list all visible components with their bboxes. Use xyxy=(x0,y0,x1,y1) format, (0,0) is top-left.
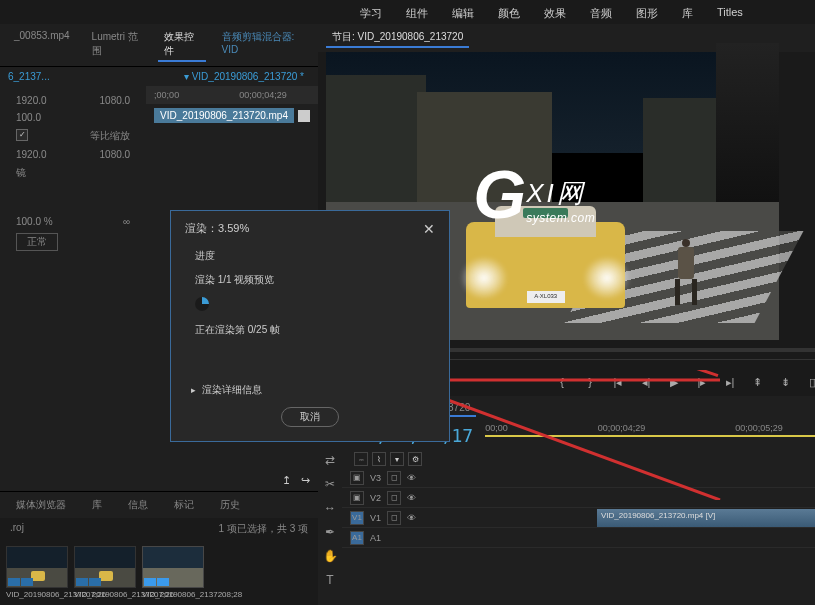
tab-markers[interactable]: 标记 xyxy=(168,496,200,514)
pencil-icon[interactable] xyxy=(298,110,310,122)
project-info-row: .roj 1 项已选择，共 3 项 xyxy=(0,518,318,540)
ws-color[interactable]: 颜色 xyxy=(498,6,520,18)
extract-icon[interactable]: ⇟ xyxy=(778,374,794,390)
track-v1: V1V1◻👁 VID_20190806_213720.mp4 [V] xyxy=(342,508,815,528)
source-panel-tabs: _00853.mp4 Lumetri 范围 效果控件 音频剪辑混合器: VID xyxy=(0,24,318,67)
dropdown-source[interactable]: 6_2137... xyxy=(8,71,50,82)
link-icon[interactable]: ∞ xyxy=(123,216,130,227)
tab-info[interactable]: 信息 xyxy=(122,496,154,514)
prop-opacity[interactable]: 100.0 % xyxy=(16,216,53,227)
thumb-item[interactable]: VID_20190806_2137207;26 xyxy=(6,546,68,599)
ws-library[interactable]: 库 xyxy=(682,6,693,18)
render-dialog: 渲染：3.59% ✕ 进度 渲染 1/1 视频预览 正在渲染第 0/25 帧 渲… xyxy=(170,210,450,442)
ws-graphics[interactable]: 图形 xyxy=(636,6,658,18)
workspace-tabs: 学习 组件 编辑 颜色 效果 音频 图形 库 Titles xyxy=(0,0,815,24)
settings-icon[interactable]: ⚙ xyxy=(408,452,422,466)
eye-icon[interactable]: 👁 xyxy=(407,493,416,503)
dropdown-sequence[interactable]: ▾ VID_20190806_213720 * xyxy=(184,71,304,82)
tab-program[interactable]: 节目: VID_20190806_213720 xyxy=(326,28,469,48)
thumb-duration: 8;28 xyxy=(227,590,243,599)
project-name: .roj xyxy=(10,522,24,536)
prop-pos-x[interactable]: 1920.0 xyxy=(16,95,47,106)
mark-out-icon[interactable]: } xyxy=(582,374,598,390)
tab-source[interactable]: _00853.mp4 xyxy=(8,28,76,62)
license-plate: A·XL033 xyxy=(527,291,565,303)
mute-icon[interactable]: ◻ xyxy=(387,511,401,525)
tab-history[interactable]: 历史 xyxy=(214,496,246,514)
thumb-item[interactable]: VID_20190806_2137208;28 xyxy=(142,546,204,599)
lift-icon[interactable]: ⇞ xyxy=(750,374,766,390)
track-label: V3 xyxy=(370,473,381,483)
export-frame-icon[interactable]: ◫ xyxy=(806,374,815,390)
track-label: V2 xyxy=(370,493,381,503)
thumb-name: VID_20190806_213720 xyxy=(142,590,227,599)
tl-mark: 00;00;05;29 xyxy=(735,423,783,433)
close-icon[interactable]: ✕ xyxy=(423,221,435,237)
track-toggle[interactable]: A1 xyxy=(350,531,364,545)
eye-icon[interactable]: 👁 xyxy=(407,473,416,483)
tab-lumetri[interactable]: Lumetri 范围 xyxy=(86,28,148,62)
effect-controls-header: 6_2137... ▾ VID_20190806_213720 * xyxy=(0,67,318,86)
timeline-tracks: ▣V3◻👁 ▣V2◻👁 V1V1◻👁 VID_20190806_213720.m… xyxy=(342,468,815,548)
track-v2: ▣V2◻👁 xyxy=(342,488,815,508)
timeline-clip[interactable]: VID_20190806_213720.mp4 [V] xyxy=(597,509,815,527)
export-icon[interactable]: ↥ xyxy=(282,474,291,487)
tab-library[interactable]: 库 xyxy=(86,496,108,514)
mute-icon[interactable]: ◻ xyxy=(387,491,401,505)
prop-scale[interactable]: 100.0 xyxy=(16,112,41,123)
tl-mark: 00;00;04;29 xyxy=(598,423,646,433)
effect-clip-row: VID_20190806_213720.mp4 xyxy=(146,104,318,127)
play-icon[interactable]: ▶ xyxy=(666,374,682,390)
timeline-ruler: 00;00 00;00;04;29 00;00;05;29 00;00;06;2… xyxy=(485,421,815,435)
type-tool-icon[interactable]: T xyxy=(322,572,338,588)
share-icon[interactable]: ↪ xyxy=(301,474,310,487)
thumb-item[interactable]: VID_20190806_2137207;26 xyxy=(74,546,136,599)
tab-audio-mixer[interactable]: 音频剪辑混合器: VID xyxy=(216,28,310,62)
render-details-toggle[interactable]: 渲染详细信息 xyxy=(191,383,435,397)
ws-audio[interactable]: 音频 xyxy=(590,6,612,18)
effect-timeline-ruler: ;00;00 00;00;04;29 xyxy=(146,86,318,104)
step-fwd-icon[interactable]: |▸ xyxy=(694,374,710,390)
dropdown-blend-mode[interactable]: 正常 xyxy=(16,233,58,251)
progress-label: 进度 xyxy=(195,249,435,263)
go-out-icon[interactable]: ▸| xyxy=(722,374,738,390)
step-back-icon[interactable]: ◂| xyxy=(638,374,654,390)
track-v3: ▣V3◻👁 xyxy=(342,468,815,488)
selection-count: 1 项已选择，共 3 项 xyxy=(219,522,308,536)
ws-titles[interactable]: Titles xyxy=(717,6,743,18)
go-in-icon[interactable]: |◂ xyxy=(610,374,626,390)
prop-pos-y[interactable]: 1080.0 xyxy=(100,95,131,106)
prop-anchor-y[interactable]: 1080.0 xyxy=(100,149,131,160)
razor-tool-icon[interactable]: ✂ xyxy=(322,476,338,492)
mark-in-icon[interactable]: { xyxy=(554,374,570,390)
mute-icon[interactable]: ◻ xyxy=(387,471,401,485)
ws-assembly[interactable]: 组件 xyxy=(406,6,428,18)
tab-effect-controls[interactable]: 效果控件 xyxy=(158,28,206,62)
ws-learn[interactable]: 学习 xyxy=(360,6,382,18)
link-icon[interactable]: ⌇ xyxy=(372,452,386,466)
ws-effects[interactable]: 效果 xyxy=(544,6,566,18)
snap-icon[interactable]: ⎓ xyxy=(354,452,368,466)
clip-bar[interactable]: VID_20190806_213720.mp4 xyxy=(154,108,294,123)
ripple-tool-icon[interactable]: ⇄ xyxy=(322,452,338,468)
tab-media-browser[interactable]: 媒体浏览器 xyxy=(10,496,72,514)
ws-editing[interactable]: 编辑 xyxy=(452,6,474,18)
render-status-2: 正在渲染第 0/25 帧 xyxy=(195,323,435,337)
hand-tool-icon[interactable]: ✋ xyxy=(322,548,338,564)
eye-icon[interactable]: 👁 xyxy=(407,513,416,523)
ruler-mark-1: 00;00;04;29 xyxy=(239,90,287,100)
track-toggle[interactable]: V1 xyxy=(350,511,364,525)
marker-icon[interactable]: ▾ xyxy=(390,452,404,466)
prop-anchor-x[interactable]: 1920.0 xyxy=(16,149,47,160)
cancel-button[interactable]: 取消 xyxy=(281,407,339,427)
track-label: A1 xyxy=(370,533,381,543)
render-status-1: 渲染 1/1 视频预览 xyxy=(195,273,435,287)
effect-properties: 1920.01080.0 100.0 等比缩放 1920.01080.0 镜 1… xyxy=(0,86,146,260)
progress-pie-icon xyxy=(195,297,209,311)
pen-tool-icon[interactable]: ✒ xyxy=(322,524,338,540)
track-toggle[interactable]: ▣ xyxy=(350,491,364,505)
prop-group-mirror: 镜 xyxy=(16,163,130,183)
checkbox-uniform-scale[interactable] xyxy=(16,129,28,141)
track-toggle[interactable]: ▣ xyxy=(350,471,364,485)
slip-tool-icon[interactable]: ↔ xyxy=(322,500,338,516)
